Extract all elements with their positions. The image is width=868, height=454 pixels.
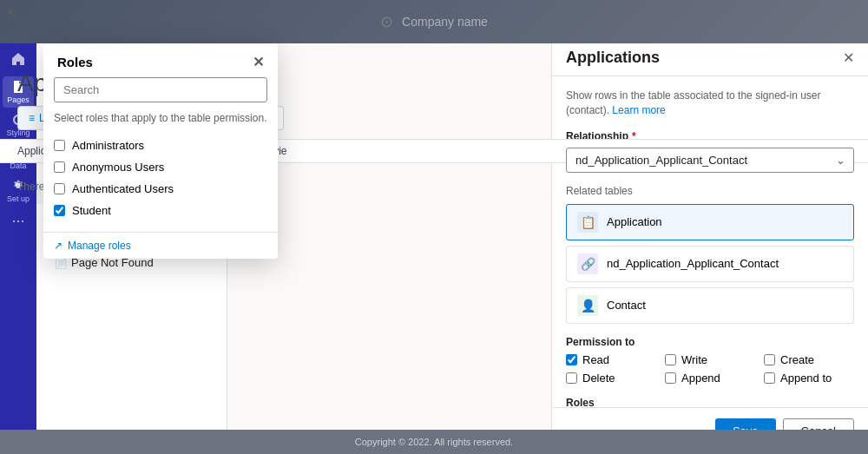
roles-modal-header: Roles ✕ xyxy=(227,43,278,77)
relationship-select-wrap: nd_Application_Applicant_Contact xyxy=(566,148,854,173)
page-canvas: ↖ ⊙ Company name Applica ≡ List ✎ Edit v… xyxy=(227,36,551,454)
role-student[interactable]: Student xyxy=(227,200,267,221)
footer-text: Copyright © 2022. All rights reserved. xyxy=(355,437,513,447)
roles-search-input[interactable] xyxy=(227,77,267,102)
manage-roles-link[interactable]: ↗ Manage roles xyxy=(227,232,278,259)
role-anonymous-users[interactable]: Anonymous Users xyxy=(227,156,267,178)
roles-modal: Roles ✕ Select roles that apply to the t… xyxy=(227,43,278,259)
roles-modal-close-button[interactable]: ✕ xyxy=(253,54,264,70)
content-area: ↖ ⊙ Company name Applica ≡ List ✎ Edit v… xyxy=(227,36,551,454)
role-administrators[interactable]: Administrators xyxy=(227,135,267,156)
roles-list: Administrators Anonymous Users Authentic… xyxy=(227,135,278,232)
page-footer: Copyright © 2022. All rights reserved. xyxy=(227,430,551,454)
relationship-select[interactable]: nd_Application_Applicant_Contact xyxy=(566,148,854,173)
main-layout: Pages Styling Data Set up ··· Pages Main… xyxy=(0,36,868,454)
role-authenticated-users[interactable]: Authenticated Users xyxy=(227,178,267,200)
canvas-header: ⊙ Company name xyxy=(227,36,551,43)
roles-description: Select roles that apply to the table per… xyxy=(227,111,278,135)
